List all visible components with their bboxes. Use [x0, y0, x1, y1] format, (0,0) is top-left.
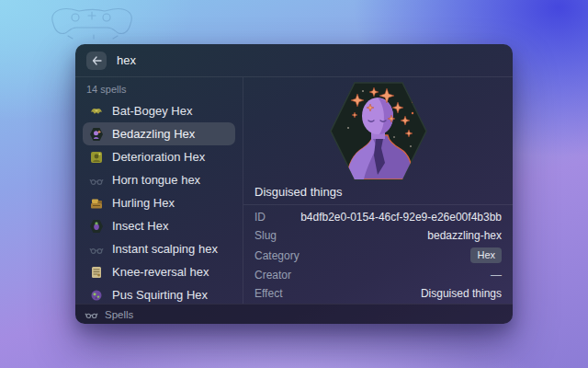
spell-item[interactable]: Deterioration Hex: [83, 145, 235, 168]
spell-item-label: Deterioration Hex: [112, 150, 205, 164]
metadata-value: b4dfb2e0-0154-46cf-92e9-e26e00f4b3bb: [300, 211, 502, 224]
spell-item[interactable]: Horn tongue hex: [83, 168, 235, 191]
metadata-row-category: Category Hex: [243, 245, 513, 266]
back-button[interactable]: [86, 52, 107, 70]
spectacles-icon: [89, 242, 104, 257]
detail-title: Disguised things: [243, 180, 513, 205]
spectacles-icon: [85, 307, 98, 321]
decay-icon: [89, 150, 104, 165]
spell-item-label: Pus Squirting Hex: [112, 288, 208, 302]
metadata-label: Category: [254, 249, 300, 262]
spell-item-label: Insect Hex: [112, 219, 168, 233]
insect-icon: [89, 219, 104, 234]
metadata-value: bedazzling-hex: [427, 229, 502, 242]
spell-item[interactable]: Knee-reversal hex: [83, 260, 235, 283]
metadata-value: Disguised things: [421, 287, 502, 300]
back-arrow-icon: [92, 56, 102, 65]
metadata-row-slug: Slug bedazzling-hex: [243, 226, 513, 245]
search-bar: [75, 44, 513, 77]
metadata-label: ID: [254, 211, 266, 224]
search-input[interactable]: [117, 53, 502, 67]
main-content: 14 spells Bat-Bogey Hex Bedazzling Hex D…: [75, 77, 513, 304]
spectacles-icon: [89, 173, 104, 188]
spell-item-label: Knee-reversal hex: [112, 265, 209, 279]
metadata-label: Slug: [254, 229, 277, 242]
metadata-row-creator: Creator —: [243, 266, 513, 284]
spell-artwork-container: [243, 77, 513, 180]
spell-list: 14 spells Bat-Bogey Hex Bedazzling Hex D…: [75, 77, 243, 304]
spell-item-label: Hurling Hex: [112, 196, 175, 210]
bedazzling-hex-artwork: [330, 82, 427, 180]
pus-icon: [89, 288, 104, 303]
app-name-label: Spells: [105, 309, 133, 320]
detail-panel: Disguised things ID b4dfb2e0-0154-46cf-9…: [243, 77, 513, 304]
spell-item-selected[interactable]: Bedazzling Hex: [83, 122, 235, 145]
spell-item[interactable]: Instant scalping hex: [83, 237, 235, 260]
metadata-label: Creator: [254, 269, 291, 282]
bat-icon: [89, 104, 104, 119]
spells-app-window: 14 spells Bat-Bogey Hex Bedazzling Hex D…: [75, 44, 513, 324]
spell-item[interactable]: Hurling Hex: [83, 191, 235, 214]
spell-item-label: Horn tongue hex: [112, 173, 200, 187]
parchment-icon: [89, 265, 104, 280]
status-bar: Spells: [75, 304, 513, 324]
section-label: 14 spells: [86, 83, 232, 96]
bedazzled-figure-icon: [89, 127, 104, 142]
spell-item[interactable]: Insect Hex: [83, 214, 235, 237]
spell-item[interactable]: Bat-Bogey Hex: [83, 99, 235, 122]
metadata-row-id: ID b4dfb2e0-0154-46cf-92e9-e26e00f4b3bb: [243, 208, 513, 226]
metadata-list: ID b4dfb2e0-0154-46cf-92e9-e26e00f4b3bb …: [243, 205, 513, 304]
controller-sketch: [40, 3, 143, 41]
spell-item-label: Bat-Bogey Hex: [112, 104, 192, 118]
spell-item-label: Bedazzling Hex: [112, 127, 195, 141]
spell-item-label: Instant scalping hex: [112, 242, 218, 256]
hurling-icon: [89, 196, 104, 211]
metadata-value-empty: —: [491, 269, 502, 282]
category-badge: Hex: [470, 247, 502, 263]
metadata-row-effect: Effect Disguised things: [243, 284, 513, 303]
metadata-label: Effect: [254, 287, 282, 300]
